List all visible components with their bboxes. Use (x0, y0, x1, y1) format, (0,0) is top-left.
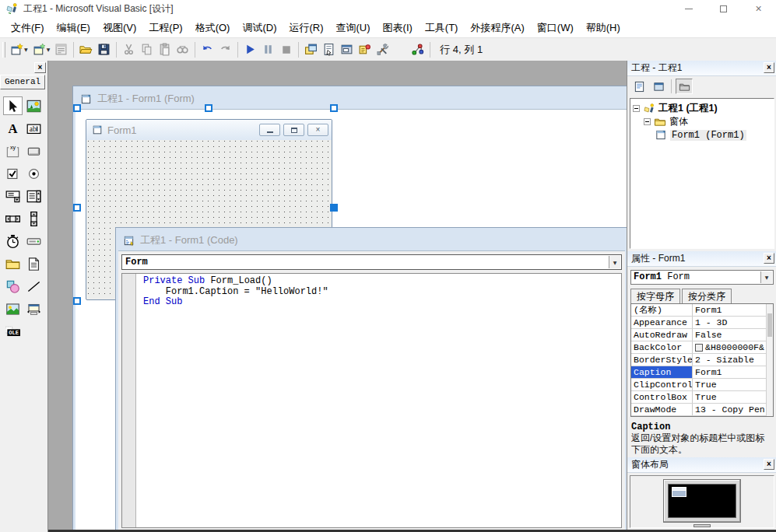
code-line[interactable]: End Sub (143, 297, 328, 308)
toolbox-tab-general[interactable]: General (0, 75, 45, 89)
property-row-drawmode[interactable]: DrawMode13 - Copy Pen (631, 404, 773, 416)
project-tree[interactable]: 工程1 (工程1) 窗体 Form1 (Form1) (630, 98, 774, 249)
undo-button[interactable] (198, 40, 216, 59)
toolbox-close-icon[interactable]: × (34, 62, 46, 73)
data-view-button[interactable] (409, 40, 427, 59)
drivelistbox-tool[interactable] (24, 232, 44, 250)
form1-titlebar[interactable]: Form1 × (86, 120, 332, 140)
property-row-controlbox[interactable]: ControlBoxTrue (631, 391, 773, 404)
find-button[interactable] (174, 40, 191, 59)
vscrollbar-tool[interactable] (24, 209, 44, 228)
property-name[interactable]: DrawMode (631, 404, 693, 415)
properties-scrollbar[interactable] (766, 304, 773, 416)
menu-query[interactable]: 查询(U) (330, 18, 377, 37)
tree-item-project[interactable]: 工程1 (工程1) (630, 102, 774, 115)
add-form-button[interactable]: ▼ (30, 40, 53, 59)
properties-panel-close-icon[interactable]: × (764, 253, 774, 264)
chevron-down-icon[interactable]: ▼ (24, 47, 28, 52)
save-project-button[interactable] (95, 40, 113, 59)
ole-tool[interactable]: OLE (3, 322, 23, 341)
property-value[interactable]: 1 - 3D (693, 317, 773, 328)
cut-button[interactable] (120, 40, 138, 59)
menu-project[interactable]: 工程(P) (142, 18, 188, 37)
collapse-icon[interactable] (644, 118, 651, 125)
code-line[interactable]: Form1.Caption = "HelloWorld!" (143, 287, 328, 298)
property-name[interactable]: Appearance (631, 317, 693, 328)
property-row-clipcontrols[interactable]: ClipControlsTrue (631, 379, 773, 391)
combobox-tool[interactable] (3, 187, 23, 205)
menu-debug[interactable]: 调试(D) (236, 18, 283, 37)
project-panel-close-icon[interactable]: × (764, 62, 774, 73)
property-name[interactable]: Caption (631, 366, 693, 378)
menu-format[interactable]: 格式(O) (189, 18, 237, 37)
layout-panel-close-icon[interactable]: × (764, 459, 774, 470)
collapse-icon[interactable] (633, 105, 640, 112)
frame-tool[interactable]: xy (3, 142, 23, 160)
property-name[interactable]: BorderStyle (631, 354, 693, 366)
properties-object-combo[interactable]: Form1 Form ▼ (630, 270, 774, 285)
code-editor[interactable]: Private Sub Form_Load() Form1.Caption = … (121, 273, 622, 528)
property-name[interactable]: (名称) (631, 304, 693, 316)
code-text[interactable]: Private Sub Form_Load() Form1.Caption = … (136, 274, 328, 527)
property-row-[interactable]: (名称)Form1 (631, 304, 773, 317)
label-tool[interactable]: A (3, 119, 23, 138)
toolbox-button[interactable] (374, 40, 392, 59)
tab-categorized[interactable]: 按分类序 (682, 289, 732, 303)
resize-handle-right[interactable] (330, 204, 338, 212)
filelistbox-tool[interactable] (24, 254, 44, 273)
project-panel-titlebar[interactable]: 工程 - 工程1 × (627, 61, 776, 76)
menu-diagram[interactable]: 图表(I) (377, 18, 419, 37)
start-button[interactable] (241, 40, 259, 59)
property-value[interactable]: Form1 (693, 304, 773, 316)
code-line[interactable]: Private Sub Form_Load() (143, 276, 328, 287)
add-project-button[interactable]: ▼ (8, 40, 30, 59)
property-value[interactable]: True (693, 379, 773, 390)
form1-layout-thumbnail[interactable] (672, 487, 686, 497)
dirlistbox-tool[interactable] (3, 254, 23, 273)
close-button[interactable]: × (741, 0, 776, 17)
listbox-tool[interactable] (24, 187, 44, 205)
paste-button[interactable] (156, 40, 174, 59)
copy-button[interactable] (138, 40, 156, 59)
timer-tool[interactable] (3, 232, 23, 250)
commandbutton-tool[interactable] (24, 142, 44, 160)
layout-panel-titlebar[interactable]: 窗体布局 × (627, 457, 776, 473)
property-row-backcolor[interactable]: BackColor&H8000000F& (631, 341, 773, 354)
property-row-appearance[interactable]: Appearance1 - 3D (631, 317, 773, 329)
view-object-button[interactable] (650, 79, 667, 94)
object-combo[interactable]: Form ▼ (121, 254, 622, 270)
shape-tool[interactable] (3, 277, 23, 296)
property-value[interactable]: Form1 (693, 366, 773, 378)
redo-button[interactable] (216, 40, 234, 59)
hscrollbar-tool[interactable] (3, 209, 23, 228)
property-name[interactable]: BackColor (631, 341, 693, 353)
tab-alphabetic[interactable]: 按字母序 (630, 289, 680, 303)
pointer-tool[interactable] (3, 96, 23, 115)
open-project-button[interactable] (77, 40, 95, 59)
form1-maximize-icon[interactable] (283, 124, 304, 136)
form-layout-button[interactable] (338, 40, 356, 59)
end-button[interactable] (277, 40, 295, 59)
property-value[interactable]: &H8000000F& (693, 341, 773, 353)
form1-minimize-icon[interactable] (259, 124, 280, 136)
property-row-autoredraw[interactable]: AutoRedrawFalse (631, 329, 773, 341)
property-value[interactable]: True (693, 391, 773, 403)
property-name[interactable]: ControlBox (631, 391, 693, 403)
image-tool[interactable] (3, 299, 23, 318)
designer-titlebar[interactable]: 工程1 - Form1 (Form) (75, 89, 627, 109)
properties-panel-titlebar[interactable]: 属性 - Form1 × (627, 251, 776, 267)
menu-window[interactable]: 窗口(W) (531, 18, 580, 37)
chevron-down-icon[interactable]: ▼ (47, 47, 51, 52)
chevron-down-icon[interactable]: ▼ (760, 271, 772, 283)
menu-add-ins[interactable]: 外接程序(A) (464, 18, 530, 37)
checkbox-tool[interactable] (3, 164, 23, 183)
property-row-borderstyle[interactable]: BorderStyle2 - Sizable (631, 354, 773, 366)
line-tool[interactable] (24, 277, 44, 296)
property-value[interactable]: False (693, 329, 773, 341)
break-button[interactable] (259, 40, 277, 59)
property-value[interactable]: 2 - Sizable (693, 354, 773, 366)
data-tool[interactable] (24, 299, 44, 318)
minimize-button[interactable] (671, 0, 706, 17)
toggle-folders-button[interactable] (676, 79, 693, 94)
menu-file[interactable]: 文件(F) (5, 18, 51, 37)
